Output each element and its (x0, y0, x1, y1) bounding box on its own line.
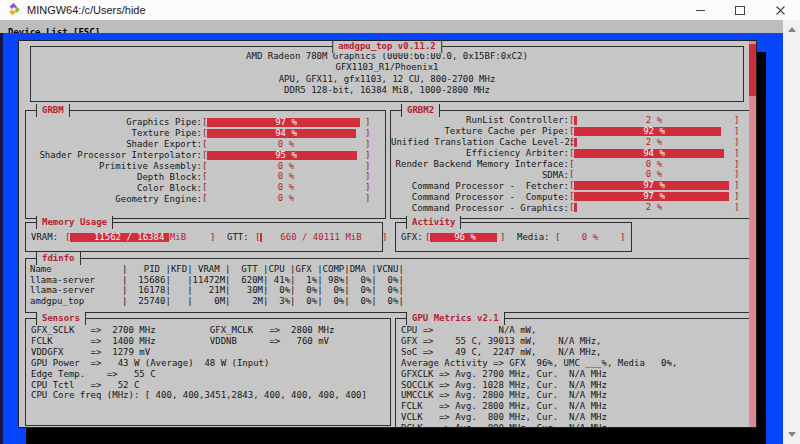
bar-value: 0 % (207, 182, 365, 193)
grbm-rows: Graphics Pipe:[97 %97 %]Texture Pipe:[94… (26, 111, 385, 204)
gauge-row: Color Block:[0 %0 %] (26, 182, 385, 193)
bar-close-bracket: ] (620, 233, 625, 242)
gauge-row: Texture Cache per Pipe:[92 %92 %] (391, 126, 751, 137)
gauge-label: Texture Cache per Pipe: (391, 126, 569, 136)
bar-value-overlay: 92 % (574, 127, 721, 136)
minimize-button[interactable] (680, 0, 720, 20)
usage-bar: 0 %0 % (207, 140, 365, 149)
gtt-label: GTT: (227, 232, 255, 242)
gauge-label: Geometry Engine: (26, 194, 202, 204)
gauge-label: Command Processor - Fetcher: (391, 181, 569, 191)
gauge-row: Texture Pipe:[94 %94 %] (26, 128, 385, 139)
scroll-down-button[interactable] (783, 426, 800, 443)
bar-close-bracket: ] (210, 233, 215, 242)
gauge-label: Color Block: (26, 183, 202, 193)
tui-scrollbar-track[interactable] (749, 41, 756, 427)
tui-scrollbar-thumb[interactable] (749, 44, 756, 96)
grbm-panel-title: GRBM (36, 104, 70, 117)
media-activity-label: Media: (517, 232, 555, 242)
gauge-row: Efficiency Arbiter:[94 %94 %] (391, 148, 751, 159)
maximize-button[interactable] (720, 0, 760, 20)
bar-value-overlay: 97 % (574, 192, 729, 201)
bar-close-bracket: ] (365, 151, 370, 160)
gauge-label: Unified Translation Cache Level-2: (391, 137, 569, 147)
gtt-bar-fill: 660 / 40111 MiB (260, 233, 262, 242)
gauge-label: Command Processor - Compute: (391, 192, 569, 202)
usage-bar: 0 %0 % (207, 194, 365, 203)
text-line: GFX => 55 C, 39013 mW, N/A MHz, (401, 336, 757, 347)
text-line: GFX1103_R1/Phoenix1 (31, 62, 743, 73)
mintty-window: MINGW64:/c/Users/hide Device List [ESC] … (0, 0, 800, 444)
gtt-value: 660 / 40111 MiB (260, 232, 382, 243)
close-button[interactable] (760, 0, 800, 20)
usage-bar: 2 %2 % (574, 203, 734, 212)
usage-bar: 94 %94 % (207, 129, 365, 138)
bar-value-overlay: 2 % (574, 116, 577, 125)
text-line: DDR5 128-bit, 16384 MiB, 1000-2800 MHz (31, 85, 743, 96)
gauge-row: Graphics Pipe:[97 %97 %] (26, 117, 385, 128)
bar-value-overlay: 94 % (207, 129, 356, 138)
window-title: MINGW64:/c/Users/hide (27, 4, 146, 16)
grbm-panel: GRBM Graphics Pipe:[97 %97 %]Texture Pip… (25, 110, 386, 219)
amdgpu-top-dialog: amdgpu_top v0.11.2 AMD Radeon 780M Graph… (18, 40, 757, 428)
usage-bar: 2 %2 % (574, 116, 734, 125)
bar-close-bracket: ] (734, 138, 739, 147)
text-line: GFXCLK => Avg. 2700 MHz, Cur. N/A MHz (401, 369, 757, 380)
fdinfo-header-row: Name | PID |KFD| VRAM | GTT |CPU |GFX |C… (30, 264, 755, 275)
text-line: UMCCLK => Avg. 2800 MHz, Cur. N/A MHz (401, 390, 757, 401)
gauge-row: Geometry Engine:[0 %0 %] (26, 193, 385, 204)
bar-value: 0 % (207, 171, 365, 182)
bar-value: 0 % (207, 139, 365, 150)
media-activity-value: 0 % (560, 232, 620, 243)
text-line: VCLK => Avg. 800 MHz, Cur. N/A MHz (401, 412, 757, 423)
gauge-row: RunList Controller:[2 %2 %] (391, 115, 751, 126)
bar-fill: 94 % (207, 129, 356, 138)
bar-fill: 97 % (574, 192, 729, 201)
text-line: GPU Power => 43 W (Average) 48 W (Input) (31, 358, 390, 369)
bar-value-overlay: 2 % (574, 203, 577, 212)
text-line: GFX_SCLK => 2700 MHz GFX_MCLK => 2800 MH… (31, 325, 390, 336)
bar-close-bracket: ] (365, 194, 370, 203)
gauge-row: SDMA:[0 %0 %] (391, 169, 751, 180)
memory-usage-title: Memory Usage (36, 216, 113, 229)
bar-value: 0 % (574, 169, 734, 180)
window-scrollbar-track[interactable] (783, 20, 800, 444)
gauge-label: Efficiency Arbiter: (391, 148, 569, 158)
text-line: Edge Temp. => 55 C (31, 369, 390, 380)
bar-close-bracket: ] (734, 192, 739, 201)
text-line: VDDGFX => 1279 mV (31, 347, 390, 358)
bar-fill: 92 % (574, 127, 721, 136)
window-controls (680, 0, 800, 20)
titlebar: MINGW64:/c/Users/hide (0, 0, 800, 21)
usage-bar: 97 %97 % (574, 192, 734, 201)
bar-fill: 97 % (207, 118, 360, 127)
usage-bar: 97 %97 % (207, 118, 365, 127)
grbm2-rows: RunList Controller:[2 %2 %]Texture Cache… (391, 111, 751, 213)
scroll-down-icon (788, 432, 796, 437)
gauge-row: Shader Export:[0 %0 %] (26, 139, 385, 150)
bar-close-bracket: ] (734, 149, 739, 158)
bar-fill: 94 % (574, 149, 724, 158)
bar-close-bracket: ] (734, 203, 739, 212)
scroll-up-button[interactable] (783, 21, 800, 38)
device-header-panel: amdgpu_top v0.11.2 AMD Radeon 780M Graph… (30, 46, 744, 102)
text-line: CPU Tctl => 52 C (31, 380, 390, 391)
bar-value: 0 % (574, 159, 734, 170)
fdinfo-row: amdgpu_top | 25740| | 0M| 2M| 3%| 0%| 0%… (30, 296, 755, 307)
usage-bar: 95 %95 % (207, 151, 365, 160)
close-icon (776, 6, 785, 15)
usage-bar: 0 %0 % (207, 183, 365, 192)
bar-close-bracket: ] (365, 172, 370, 181)
usage-bar: 0 %0 % (574, 170, 734, 179)
gauge-row: Depth Block:[0 %0 %] (26, 171, 385, 182)
grbm2-panel: GRBM2 RunList Controller:[2 %2 %]Texture… (390, 110, 752, 219)
fdinfo-panel: fdinfo Name | PID |KFD| VRAM | GTT |CPU … (25, 258, 756, 313)
bar-fill: 2 % (574, 203, 577, 212)
bar-value-overlay: 94 % (574, 149, 724, 158)
bar-close-bracket: ] (734, 127, 739, 136)
msys2-app-icon (7, 3, 21, 17)
bar-value: 0 % (207, 161, 365, 172)
bar-close-bracket: ] (365, 129, 370, 138)
usage-bar: 2 %2 % (574, 138, 734, 147)
bar-value: 2 % (574, 137, 734, 148)
